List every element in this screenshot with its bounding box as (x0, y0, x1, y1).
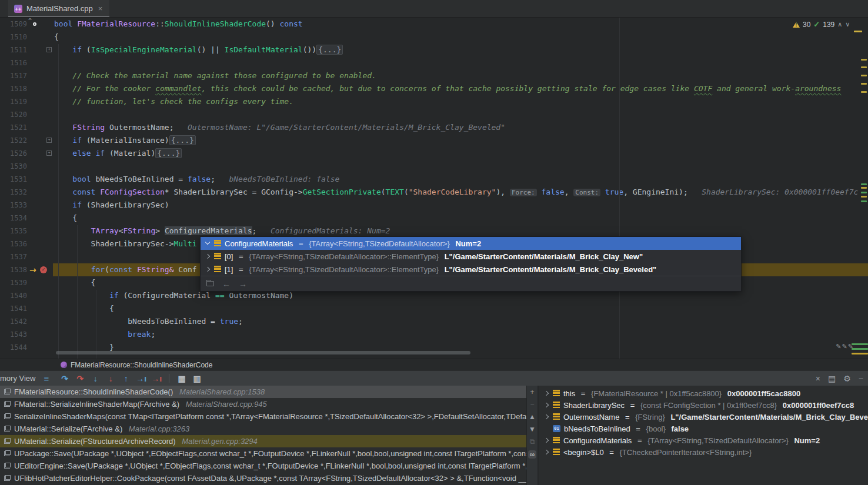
gutter[interactable]: 1541 (0, 302, 54, 315)
override-ring-icon[interactable] (33, 22, 36, 26)
stripe-mark[interactable] (861, 196, 867, 198)
stack-frame-row[interactable]: UEditorEngine::Save(UPackage *,UObject *… (0, 460, 526, 472)
step-out-icon[interactable]: ↑ (118, 374, 133, 383)
gutter[interactable]: 1537 (0, 250, 54, 263)
stripe-mark[interactable] (861, 200, 867, 202)
gutter[interactable]: 1526+ (0, 147, 54, 160)
stripe-mark[interactable] (861, 183, 867, 185)
layout-icon[interactable]: ▤ (828, 374, 836, 383)
chevron-right-icon[interactable] (543, 414, 549, 420)
stripe-mark[interactable] (861, 187, 867, 189)
line-number[interactable]: 1509 (0, 18, 27, 31)
forward-arrow-icon[interactable]: → (239, 279, 247, 289)
line-number[interactable]: 1526 (0, 147, 27, 160)
popup-value-row[interactable]: ConfiguredMaterials = {TArray<FString,TS… (201, 237, 741, 250)
chevron-right-icon[interactable] (543, 449, 549, 455)
line-number[interactable]: 1510 (0, 31, 27, 44)
gutter[interactable]: 1510 (0, 31, 54, 44)
gutter[interactable]: 1540 (0, 289, 54, 302)
line-number[interactable]: 1519 (0, 95, 27, 108)
force-step-into-icon[interactable]: ↓ (103, 374, 118, 383)
line-number[interactable]: 1531 (0, 173, 27, 186)
stripe-mark[interactable] (861, 59, 867, 61)
line-number[interactable]: 1530 (0, 160, 27, 173)
chevron-right-icon[interactable] (205, 266, 211, 272)
line-number[interactable]: 1521 (0, 121, 27, 134)
close-tab-icon[interactable]: × (98, 4, 103, 13)
stack-frame-row[interactable]: SerializeInlineShaderMaps(const TMap<ITa… (0, 410, 526, 423)
variable-row[interactable]: ShaderLibrarySec = {const FConfigSection… (539, 399, 868, 411)
menu-icon[interactable]: ≡ (40, 373, 57, 383)
step-over-icon[interactable]: ↷ (57, 374, 72, 383)
stack-frame-row[interactable]: UMaterial::Serialize(FStructuredArchiveR… (0, 435, 526, 447)
run-to-cursor-icon[interactable]: →ı (133, 374, 149, 383)
tab-materialshared-cpp[interactable]: ++ MaterialShared.cpp × (8, 0, 109, 17)
step-into-icon[interactable]: ↓ (88, 374, 103, 383)
show-watches-icon[interactable]: ∞ (528, 450, 537, 459)
gutter[interactable]: 1535 (0, 225, 54, 238)
breadcrumb[interactable]: FMaterialResource::ShouldInlineShaderCod… (0, 359, 868, 370)
line-number[interactable]: 1543 (0, 328, 27, 341)
gutter[interactable]: 1544 (0, 341, 54, 354)
duplicate-watch-icon[interactable]: ⧉ (530, 438, 535, 445)
fold-expand-icon[interactable]: + (46, 47, 52, 52)
gutter[interactable]: 1519 (0, 95, 54, 108)
popup-value-row[interactable]: [1] = {TArray<FString,TSizedDefaultAlloc… (201, 263, 741, 276)
move-down-icon[interactable]: ▼ (529, 426, 536, 433)
horizontal-scrollbar[interactable] (56, 351, 470, 354)
minimize-icon[interactable]: − (859, 374, 863, 383)
line-number[interactable]: 1532 (0, 186, 27, 199)
next-issue-icon[interactable]: ∨ (845, 21, 850, 28)
variable-row[interactable]: OutermostName = {FString} L"/Game/Starte… (539, 411, 868, 423)
gutter[interactable]: 1539 (0, 276, 54, 289)
gutter[interactable]: 1509^ (0, 18, 54, 31)
stack-frame-row[interactable]: UPackage::Save(UPackage *,UObject *,EObj… (0, 447, 526, 460)
variable-row[interactable]: this = {FMaterialResource * | 0x1ff5cac8… (539, 387, 868, 399)
line-number[interactable]: 1535 (0, 225, 27, 238)
chevron-down-icon[interactable] (205, 240, 211, 246)
fold-expand-icon[interactable]: + (46, 138, 52, 143)
stripe-mark[interactable] (852, 348, 868, 350)
gutter[interactable]: 1518 (0, 82, 54, 95)
line-number[interactable]: 1520 (0, 108, 27, 121)
stripe-mark[interactable] (861, 83, 867, 85)
gutter[interactable]: 1522+ (0, 134, 54, 147)
line-number[interactable]: 1540 (0, 289, 27, 302)
layout-settings-icon[interactable]: ▥ (189, 374, 205, 383)
line-number[interactable]: 1533 (0, 199, 27, 212)
variable-row[interactable]: 01bNeedsToBeInlined = {bool} false (539, 423, 868, 434)
stripe-mark[interactable] (852, 343, 868, 345)
stripe-mark[interactable] (854, 31, 862, 32)
add-to-watches-icon[interactable] (206, 281, 214, 286)
stripe-mark[interactable] (861, 66, 867, 68)
line-number[interactable]: 1536 (0, 238, 27, 250)
variable-row[interactable]: ConfiguredMaterials = {TArray<FString,TS… (539, 434, 868, 446)
line-number[interactable]: 1518 (0, 82, 27, 95)
move-up-icon[interactable]: ▲ (529, 413, 536, 420)
gear-icon[interactable]: ⚙ (843, 374, 851, 383)
gutter[interactable]: 1532 (0, 186, 54, 199)
line-number[interactable]: 1544 (0, 341, 27, 354)
chevron-right-icon[interactable] (543, 437, 549, 443)
line-number[interactable]: 1538 (0, 263, 27, 276)
memory-view-label[interactable]: mory View (0, 374, 40, 383)
gutter[interactable]: 1542 (0, 315, 54, 328)
remove-watch-icon[interactable]: − (530, 401, 534, 408)
stack-frame-row[interactable]: UMaterial::Serialize(FArchive &) Materia… (0, 423, 526, 435)
gutter[interactable]: 1517 (0, 69, 54, 82)
close-icon[interactable]: × (816, 374, 820, 383)
gutter[interactable]: 1543 (0, 328, 54, 341)
gutter[interactable]: 1533 (0, 199, 54, 212)
line-number[interactable]: 1537 (0, 250, 27, 263)
inspections-widget[interactable]: 30 ✓ 139 ∧ ∨ (793, 20, 850, 29)
back-arrow-icon[interactable]: ← (222, 279, 231, 289)
gutter[interactable]: 1531 (0, 173, 54, 186)
force-run-to-cursor-icon[interactable]: →ı (149, 374, 164, 383)
variable-row[interactable]: <begin>$L0 = {TCheckedPointerIterator<FS… (539, 446, 868, 458)
line-number[interactable]: 1542 (0, 315, 27, 328)
line-number[interactable]: 1541 (0, 302, 27, 315)
stack-frame-row[interactable]: FMaterialResource::ShouldInlineShaderCod… (0, 386, 526, 398)
chevron-right-icon[interactable] (543, 390, 549, 396)
stripe-mark[interactable] (852, 353, 868, 354)
gutter[interactable]: 1534 (0, 212, 54, 225)
